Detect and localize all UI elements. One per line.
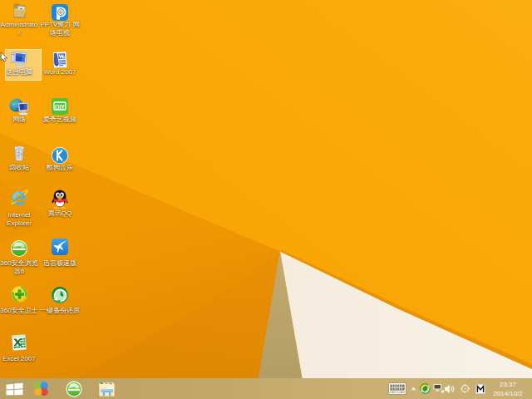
svg-text:QIY: QIY (55, 104, 65, 111)
